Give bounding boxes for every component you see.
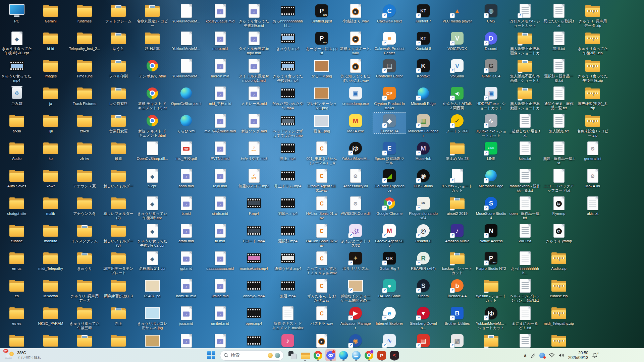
desktop-icon[interactable]: ▣createdump.exe (339, 85, 372, 106)
microsoft-edge-taskbar-button[interactable] (338, 349, 349, 361)
desktop-icon[interactable]: es (0, 278, 33, 298)
desktop-icon[interactable]: ▲↗VLC media player (441, 3, 474, 23)
desktop-icon[interactable]: ↗backup - ショートカット (441, 250, 474, 275)
desktop-icon[interactable]: cubase.zip (542, 278, 575, 298)
desktop-icon[interactable]: zh-cn (68, 113, 101, 133)
desktop-icon[interactable]: PDFmid_学校.pdf (170, 140, 203, 161)
desktop-icon[interactable]: ゆ↗YukkuriMovieM... - ショートカット (475, 305, 507, 330)
desktop-icon[interactable]: ⚙Accessibility.dll (339, 168, 372, 188)
desktop-icon[interactable]: S↗Steam (407, 278, 440, 298)
desktop-icon[interactable]: ラベル印刷 (102, 58, 135, 78)
desktop-icon[interactable]: ↗孤独なインディーゲーム開発者の一生 ... (339, 278, 372, 303)
desktop-icon[interactable]: 売上 (102, 305, 135, 326)
desktop-icon[interactable]: open - 親作品一覧.txt (508, 195, 541, 220)
desktop-icon[interactable]: en-us (0, 250, 33, 271)
desktop-icon[interactable] (34, 333, 67, 349)
desktop-icon[interactable]: K↗Kontakt (407, 58, 440, 78)
desktop-icon[interactable]: ♪rajio.mid (204, 168, 236, 188)
desktop-icon[interactable]: ≡↗Cakewalk Product Center (373, 30, 406, 55)
wifi-icon[interactable] (549, 353, 555, 358)
desktop-icon[interactable]: 路上駐車 (136, 30, 169, 51)
desktop-icon[interactable]: ♪ (204, 333, 236, 349)
desktop-icon[interactable]: ▶新規エクスポート.wav (339, 30, 372, 55)
desktop-icon[interactable]: ♪タイトル未設定.tempo.orig1.mid (237, 58, 270, 83)
desktop-icon[interactable]: アナウンス冬 (68, 195, 101, 216)
desktop-icon[interactable]: ♪mero.mid (204, 30, 236, 51)
pen-icon[interactable] (531, 353, 536, 358)
desktop-icon[interactable]: GR↗Guitar Rig 7 (373, 250, 406, 271)
hidden-icons-chevron[interactable]: ∧ (523, 353, 527, 358)
desktop-icon[interactable]: 無題 - 親作品一覧.txt (542, 140, 575, 165)
desktop-icon[interactable]: jijii (34, 113, 67, 133)
desktop-icon[interactable]: ヘルスコンプレッション__歌詞.txt (508, 278, 541, 303)
desktop-icon[interactable]: ◆9.cpr (136, 168, 169, 188)
desktop-icon[interactable]: 調声用データテンプレート (102, 250, 135, 275)
desktop-icon[interactable]: ↗9.5.xlsx - ショートカット (441, 168, 474, 193)
desktop-icon[interactable]: ko-kr (34, 168, 67, 188)
desktop-icon[interactable]: 新しいフォルダー (2) (102, 195, 135, 220)
desktop-icon[interactable]: ♪PVTNd.mid (204, 140, 236, 161)
desktop-icon[interactable]: C↗Cakewalk Next (373, 3, 406, 23)
desktop-icon[interactable]: zh-tw (68, 140, 101, 161)
desktop-icon[interactable]: ♪hamusu.mid (170, 278, 203, 298)
desktop-icon[interactable]: e↗Internet Explorer (373, 305, 406, 326)
desktop-icon[interactable]: ♪ (271, 333, 304, 349)
desktop-icon[interactable]: KT↗Kontakt 7 (407, 3, 440, 23)
desktop-icon[interactable]: CHALion Sonic 02.wav (305, 223, 338, 248)
desktop-icon[interactable]: ♪umibe.mid (204, 278, 236, 298)
desktop-icon[interactable]: きゅうり食ってた午後三時 (68, 305, 101, 330)
desktop-icon[interactable]: ♪タイトル未設定.tempo.mid (237, 30, 270, 55)
desktop-icon[interactable] (508, 333, 541, 349)
desktop-icon[interactable]: manisekarin.mp4 (237, 250, 270, 271)
desktop-icon[interactable]: アナウンス夏 (68, 168, 101, 188)
desktop-icon[interactable]: 営業日変更 (102, 113, 135, 133)
desktop-icon[interactable]: ↗無人販売不正行為画像 - ショートカッ... (508, 30, 541, 56)
desktop-icon[interactable]: 65407.jpg (136, 278, 169, 298)
desktop-icon[interactable]: _起動しない場合.txt (508, 113, 541, 138)
desktop-icon[interactable]: ar-sa (0, 113, 33, 133)
desktop-icon[interactable]: ゆきゅうり.ymmp (542, 223, 575, 243)
desktop-icon[interactable]: ✓↗ノートン 360 (441, 113, 474, 133)
desktop-icon[interactable]: b↗Blender 4.4 (441, 278, 474, 298)
google-chrome-taskbar-button[interactable] (313, 349, 323, 361)
desktop-icon[interactable]: おっhhhhhhhhhhh... (508, 250, 541, 275)
desktop-icon[interactable]: ♪MP3わかりやす.mp3 (237, 140, 270, 161)
discord-taskbar-button[interactable] (325, 349, 336, 361)
desktop-icon[interactable]: 新しいフォルダー (3) (102, 223, 135, 248)
desktop-icon[interactable] (102, 333, 135, 349)
desktop-icon[interactable]: 井上ドラム.mp4 (271, 168, 304, 188)
desktop-icon[interactable]: ↗無人販売不正行為動画 - ショートカット (508, 85, 541, 111)
desktop-icon[interactable]: S↗MuseScore Studio 4 (475, 195, 507, 220)
desktop-icon[interactable]: ⚙general.ini (576, 140, 609, 161)
desktop-icon[interactable]: ↗airset2-2019 (441, 195, 474, 216)
desktop-icon[interactable]: ↗筆まめ Ver.28 (441, 140, 474, 161)
desktop-icon[interactable]: manisekarin - 親作品一覧.txt (508, 168, 541, 193)
desktop-icon[interactable]: 通知うぜえ.mp4 (271, 250, 304, 271)
desktop-icon[interactable]: Cずんだもん_しおかぜ.wav (305, 278, 338, 303)
desktop-icon[interactable]: LINE↗LINE (475, 140, 507, 161)
desktop-icon[interactable]: E↗Epson 接続診断ツール (373, 140, 406, 165)
desktop-icon[interactable]: 死にたい_ゅ歌詞.txt (542, 3, 575, 28)
desktop-icon[interactable]: ●↗HALion Sonic (373, 278, 406, 298)
desktop-icon[interactable]: きゅうり_調声用データ (68, 278, 101, 303)
desktop-icon[interactable]: malib (34, 195, 67, 216)
user-sphere-icon[interactable] (539, 353, 545, 358)
desktop-icon[interactable]: YukkuriMovieM... (170, 58, 203, 78)
blue-sphere-app-taskbar-button[interactable] (351, 349, 362, 361)
desktop-icon[interactable]: PNT2おーばーまにあ.ppsf (305, 30, 338, 55)
desktop-icon[interactable]: YukkuriMovieM... (170, 30, 203, 51)
desktop-icon[interactable]: sfz↗Plogue sforzando x64 (407, 195, 440, 220)
desktop-icon[interactable]: ∿↗ (373, 333, 406, 349)
desktop-icon[interactable]: D↗Discord (475, 30, 507, 51)
desktop-icon[interactable]: ◍↗CMS (475, 3, 507, 23)
desktop-icon[interactable]: Cこってゅｈｄすおｆｄｓｂふぁ.wav (305, 250, 338, 275)
desktop-icon[interactable]: ♪aorin.mid (170, 168, 203, 188)
desktop-icon[interactable]: ぷ↗ぷよぷよ™テトリス®2 (339, 223, 372, 248)
desktop-icon[interactable]: ♪meroin.mid (204, 58, 236, 78)
desktop-icon[interactable]: ⚙AWSSDK.Core.dll (339, 195, 372, 216)
desktop-icon[interactable]: ◎↗Reaktor 6 (407, 223, 440, 243)
desktop-icon[interactable]: きゅうり.mp4 (271, 30, 304, 51)
desktop-icon[interactable]: ◆↗Cubase 14 (373, 113, 406, 133)
desktop-icon[interactable]: PC (0, 3, 33, 23)
desktop-icon[interactable]: 調声練習(失敗)_3.zip (576, 85, 609, 110)
